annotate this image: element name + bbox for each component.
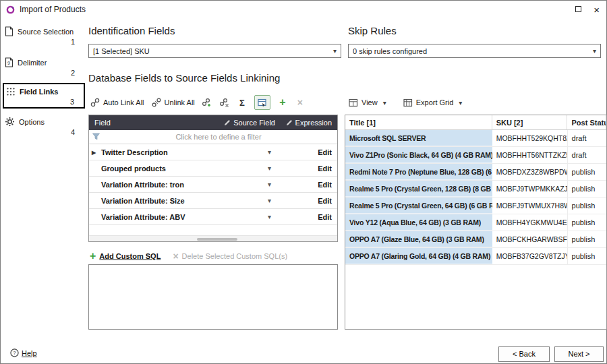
sku-cell: MOBFJ9TWMUX7H8W [492, 198, 568, 214]
field-row[interactable]: ▶ Twitter Description ▾ Edit [89, 144, 337, 160]
sku-cell: MOBFHHT56NTTZKZ5 [492, 147, 568, 163]
source-row[interactable]: Redmi Note 7 Pro (Neptune Blue, 128 GB) … [345, 164, 606, 181]
unlink-all-button[interactable]: Unlink All [151, 97, 195, 108]
source-row[interactable]: Vivo Z1Pro (Sonic Black, 64 GB) (4 GB RA… [345, 147, 606, 164]
window-title: Import of Products [20, 5, 86, 14]
back-button[interactable]: < Back [498, 346, 550, 362]
view-button[interactable]: View ▾ [348, 97, 386, 108]
pencil-icon [286, 119, 293, 126]
expand-arrow-icon[interactable]: ▶ [92, 149, 96, 155]
status-cell: publish [568, 248, 606, 264]
status-cell: publish [568, 181, 606, 197]
auto-link-all-button[interactable]: Auto Link All [90, 97, 144, 108]
remove-link-icon[interactable] [219, 97, 230, 108]
source-field-dropdown[interactable]: ▾ [200, 181, 275, 188]
title-cell: Realme 5 Pro (Crystal Green, 128 GB) (8 … [345, 181, 492, 197]
identification-fields-dropdown[interactable]: [1 Selected] SKU ▾ [88, 44, 341, 58]
sidebar-item-options[interactable]: Options 4 [5, 117, 84, 136]
field-row[interactable]: Variation Attribute: ABV ▾ Edit [89, 209, 337, 225]
edit-expression-link[interactable]: Edit [275, 197, 337, 205]
column-header-expression[interactable]: Expression [275, 119, 337, 127]
horizontal-scrollbar[interactable] [89, 236, 337, 242]
source-field-dropdown[interactable]: ▾ [200, 164, 275, 172]
cross-icon: × [173, 251, 178, 261]
field-name-cell: ▶ Twitter Description [89, 148, 200, 156]
view-label: View [362, 98, 378, 107]
import-products-window: Import of Products × Source Selection 1 … [0, 0, 607, 364]
source-grid-header: Title [1] SKU [2] Post Status [345, 115, 606, 130]
column-header-sku[interactable]: SKU [2] [492, 115, 568, 129]
title-cell: Vivo Z1Pro (Sonic Black, 64 GB) (4 GB RA… [345, 147, 492, 163]
source-field-dropdown[interactable]: ▾ [200, 213, 275, 220]
close-button[interactable]: × [594, 5, 600, 15]
sidebar-item-field-links[interactable]: Field Links 3 [3, 83, 85, 109]
help-label: Help [22, 349, 37, 357]
column-header-field[interactable]: Field [89, 119, 200, 127]
edit-expression-link[interactable]: Edit [275, 148, 337, 156]
column-header-post-status[interactable]: Post Status [567, 115, 606, 129]
column-header-source-field-label: Source Field [233, 119, 275, 127]
titlebar: Import of Products × [1, 1, 606, 18]
skip-rules-dropdown[interactable]: 0 skip rules configured ▾ [348, 44, 601, 58]
help-button[interactable]: ? Help [10, 348, 37, 357]
chevron-down-icon: ▾ [459, 99, 462, 107]
column-header-source-field[interactable]: Source Field [200, 119, 275, 127]
source-row[interactable]: OPPO A7 (Glaze Blue, 64 GB) (3 GB RAM) M… [345, 231, 606, 248]
source-field-dropdown[interactable]: ▾ [200, 148, 275, 156]
export-grid-icon [403, 97, 413, 108]
custom-sql-textarea[interactable] [88, 264, 338, 330]
edit-expression-link[interactable]: Edit [275, 213, 337, 221]
gear-icon [5, 117, 15, 127]
source-field-dropdown[interactable]: ▾ [200, 197, 275, 204]
export-grid-button[interactable]: Export Grid ▾ [403, 97, 463, 108]
chevron-down-icon: ▾ [593, 47, 596, 55]
add-link-icon[interactable] [202, 97, 212, 108]
source-row[interactable]: Microsoft SQL SERVER MOBFHHT529KQHT8Z dr… [345, 130, 606, 147]
source-row[interactable]: OPPO A7 (Glaring Gold, 64 GB) (4 GB RAM)… [345, 248, 606, 265]
grid-toolbar: View ▾ Export Grid ▾ [348, 94, 462, 111]
linking-heading: Database Fields to Source Fields Linkini… [88, 72, 280, 84]
sidebar-item-delimiter[interactable]: 9 Delimiter 2 [5, 57, 84, 77]
column-header-title[interactable]: Title [1] [345, 115, 492, 129]
filter-row[interactable]: Click here to define a filter [89, 130, 337, 144]
next-button[interactable]: Next > [554, 346, 604, 362]
scrollbar-thumb[interactable] [197, 238, 237, 241]
source-row[interactable]: Realme 5 Pro (Crystal Green, 64 GB) (6 G… [345, 198, 606, 214]
sigma-icon[interactable]: Σ [237, 97, 248, 108]
chevron-down-icon: ▾ [383, 99, 386, 107]
title-cell: Redmi Note 7 Pro (Neptune Blue, 128 GB) … [345, 164, 492, 180]
step-number: 1 [5, 38, 84, 46]
field-name: Variation Attribute: Size [101, 197, 185, 205]
status-cell: draft [568, 147, 606, 163]
link-icon [90, 97, 100, 108]
edit-expression-link[interactable]: Edit [275, 164, 337, 173]
title-cell: Vivo Y12 (Aqua Blue, 64 GB) (3 GB RAM) [345, 214, 492, 231]
source-row[interactable]: Vivo Y12 (Aqua Blue, 64 GB) (3 GB RAM) M… [345, 214, 606, 231]
step-label: Delimiter [18, 59, 47, 67]
pencil-icon [224, 119, 231, 126]
edit-expression-link[interactable]: Edit [275, 181, 337, 189]
field-row[interactable]: Grouped products ▾ Edit [89, 160, 337, 177]
maximize-button[interactable] [575, 5, 581, 13]
add-custom-sql-button[interactable]: + Add Custom SQL [90, 251, 161, 262]
title-cell: Realme 5 Pro (Crystal Green, 64 GB) (6 G… [345, 198, 492, 214]
sku-cell: MOBFHHT529KQHT8Z [492, 130, 568, 146]
add-row-icon[interactable]: + [277, 97, 288, 108]
custom-sql-actions: + Add Custom SQL × Delete Selected Custo… [90, 251, 287, 262]
source-row[interactable]: Realme 5 Pro (Crystal Green, 128 GB) (8 … [345, 181, 606, 198]
field-row[interactable]: Variation Attribute: tron ▾ Edit [89, 177, 337, 193]
field-row[interactable]: Variation Attribute: Size ▾ Edit [89, 193, 337, 209]
delete-row-icon[interactable]: × [295, 97, 306, 108]
field-name: Grouped products [101, 164, 166, 173]
svg-text:9: 9 [7, 61, 10, 65]
step-label: Source Selection [18, 28, 74, 36]
identification-fields-heading: Identification Fields [88, 25, 175, 36]
delimiter-icon: 9 [5, 57, 13, 67]
sidebar-item-source-selection[interactable]: Source Selection 1 [5, 26, 84, 46]
field-links-grid: Field Source Field Expression Click here… [88, 115, 338, 242]
expression-preview-button[interactable] [254, 95, 270, 110]
unlink-all-label: Unlink All [165, 98, 195, 107]
delete-custom-sql-button[interactable]: × Delete Selected Custom SQL(s) [173, 251, 287, 261]
maximize-icon [575, 6, 581, 12]
column-header-expression-label: Expression [295, 119, 332, 127]
